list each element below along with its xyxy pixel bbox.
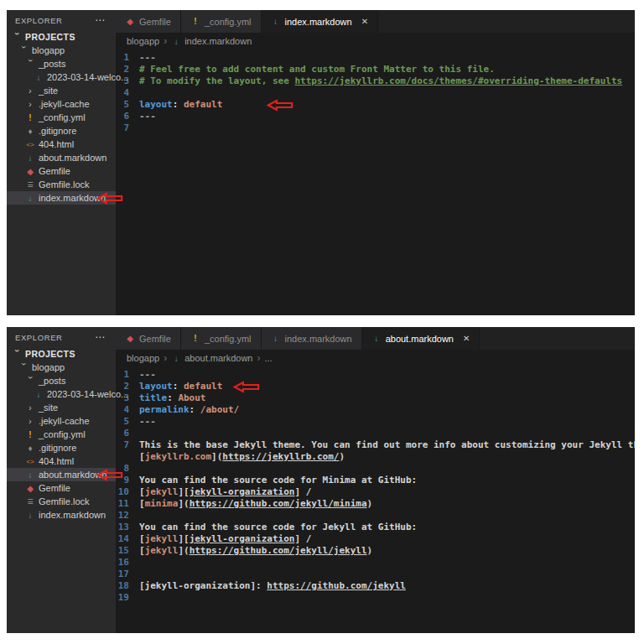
- more-actions-icon[interactable]: ⋯: [95, 14, 106, 26]
- explorer-item-label: Gemfile.lock: [39, 179, 90, 190]
- markdown-icon: ↓: [34, 73, 44, 82]
- code-line[interactable]: 6: [116, 428, 635, 439]
- code-line[interactable]: 9You can find the source code for Minima…: [116, 475, 635, 486]
- tab-index-markdown[interactable]: ↓index.markdown: [262, 327, 362, 350]
- code-token: You can find the source code for Jekyll …: [139, 522, 417, 533]
- explorer-item-label: 2023-03-14-welco...: [47, 389, 128, 399]
- explorer-item-label: Gemfile: [39, 483, 70, 493]
- explorer-item-gemfile[interactable]: ◆Gemfile: [7, 164, 116, 178]
- explorer-item--gitignore[interactable]: ♦.gitignore: [7, 441, 116, 454]
- breadcrumb-item[interactable]: ↓index.markdown: [171, 36, 252, 46]
- explorer-item--gitignore[interactable]: ♦.gitignore: [7, 124, 116, 138]
- tab--config-yml[interactable]: !_config.yml: [181, 10, 262, 33]
- chevron-down-icon: ›: [13, 349, 22, 359]
- code-line[interactable]: 2# Feel free to add content and custom F…: [116, 64, 635, 75]
- code-line[interactable]: 7This is the base Jekyll theme. You can …: [116, 439, 635, 451]
- explorer-item-404-html[interactable]: <>404.html: [7, 138, 116, 151]
- explorer-item--site[interactable]: ›_site: [7, 84, 116, 97]
- explorer-item-blogapp[interactable]: ›blogapp: [7, 44, 116, 57]
- explorer-item-label: blogapp: [32, 45, 65, 55]
- tab-gemfile[interactable]: ◆Gemfile: [116, 10, 181, 33]
- breadcrumb-item[interactable]: ...: [264, 353, 272, 363]
- explorer-item-gemfile-lock[interactable]: ☰Gemfile.lock: [7, 495, 116, 508]
- code-token: https://jekyllrb.com/docs/themes/#overri…: [294, 75, 622, 87]
- code-line[interactable]: 5---: [116, 416, 635, 428]
- breadcrumb-item[interactable]: blogapp: [127, 353, 159, 363]
- tree-root-projects[interactable]: ›PROJECTS: [7, 30, 116, 44]
- code-line[interactable]: 8: [116, 463, 635, 475]
- tab-index-markdown[interactable]: ↓index.markdown✕: [262, 10, 378, 33]
- close-icon[interactable]: ✕: [361, 17, 368, 26]
- editor-area: ◆Gemfile!_config.yml↓index.markdown↓abou…: [116, 327, 635, 633]
- tab-label: index.markdown: [285, 17, 352, 27]
- code-line[interactable]: 3title: About: [116, 392, 635, 404]
- markdown-icon: ↓: [25, 511, 35, 520]
- explorer-item-2023-03-14-welco-[interactable]: ↓2023-03-14-welco...: [7, 387, 116, 401]
- tree-root-projects[interactable]: ›PROJECTS: [7, 347, 116, 361]
- tab-label: _config.yml: [205, 17, 252, 27]
- explorer-item-label: 404.html: [39, 456, 74, 466]
- gem-icon: ◆: [125, 17, 135, 26]
- line-number: 12: [116, 510, 139, 522]
- explorer-item-label: _posts: [39, 59, 65, 69]
- explorer-item-about-markdown[interactable]: ↓about.markdown: [7, 151, 116, 164]
- code-line[interactable]: 6---: [116, 111, 635, 122]
- code-line[interactable]: 18[jekyll-organization]: https://github.…: [116, 580, 635, 592]
- code-token: jekyll-organization: [190, 533, 295, 545]
- code-line[interactable]: 17: [116, 569, 635, 580]
- code-token: ] /: [294, 486, 311, 498]
- code-line[interactable]: 7: [116, 122, 635, 134]
- tab--config-yml[interactable]: !_config.yml: [181, 327, 262, 350]
- explorer-item-index-markdown[interactable]: ↓index.markdown: [7, 191, 116, 205]
- code-line[interactable]: 2layout: default: [116, 381, 635, 392]
- code-line[interactable]: 5layout: default: [116, 99, 635, 111]
- tab-bar: ◆Gemfile!_config.yml↓index.markdown✕: [116, 10, 635, 33]
- explorer-item--jekyll-cache[interactable]: ›.jekyll-cache: [7, 97, 116, 111]
- line-number: 5: [116, 99, 139, 111]
- code-line[interactable]: 12: [116, 510, 635, 522]
- code-line[interactable]: 1---: [116, 52, 635, 64]
- code-token: jekyll: [145, 486, 179, 498]
- tab-about-markdown[interactable]: ↓about.markdown✕: [362, 327, 480, 350]
- tab-gemfile[interactable]: ◆Gemfile: [116, 327, 181, 350]
- code-line[interactable]: 4: [116, 87, 635, 99]
- diamond-icon: ♦: [25, 444, 35, 453]
- explorer-item-gemfile-lock[interactable]: ☰Gemfile.lock: [7, 178, 116, 191]
- explorer-item--posts[interactable]: ›_posts: [7, 374, 116, 387]
- explorer-item--config-yml[interactable]: !_config.yml: [7, 111, 116, 124]
- code-line[interactable]: 16: [116, 557, 635, 569]
- code-token: ): [367, 545, 373, 557]
- close-icon[interactable]: ✕: [463, 334, 470, 343]
- code-line[interactable]: 15[jekyll](https://github.com/jekyll/jek…: [116, 545, 635, 557]
- explorer-item-2023-03-14-welco-[interactable]: ↓2023-03-14-welco...: [7, 70, 116, 84]
- explorer-item--posts[interactable]: ›_posts: [7, 57, 116, 70]
- explorer-item--jekyll-cache[interactable]: ›.jekyll-cache: [7, 414, 116, 428]
- line-number: 6: [116, 428, 139, 439]
- more-actions-icon[interactable]: ⋯: [95, 331, 106, 343]
- explorer-item-about-markdown[interactable]: ↓about.markdown: [7, 468, 116, 481]
- explorer-item-label: _config.yml: [39, 112, 86, 122]
- warning-icon: !: [25, 113, 35, 122]
- code-line[interactable]: 10[jekyll][jekyll-organization] /: [116, 486, 635, 498]
- explorer-item-blogapp[interactable]: ›blogapp: [7, 361, 116, 374]
- breadcrumb-item[interactable]: blogapp: [127, 36, 159, 46]
- code-token: ](: [178, 545, 189, 557]
- breadcrumb-item[interactable]: ↓about.markdown: [171, 353, 252, 363]
- code-editor[interactable]: 1---2layout: default3title: About4permal…: [116, 366, 635, 633]
- code-token: ---: [139, 416, 156, 428]
- code-line[interactable]: 11[minima](https://github.com/jekyll/min…: [116, 498, 635, 510]
- code-line[interactable]: 4permalink: /about/: [116, 404, 635, 416]
- explorer-item-label: Gemfile.lock: [39, 496, 90, 506]
- code-editor[interactable]: 1---2# Feel free to add content and cust…: [116, 49, 635, 315]
- explorer-item--site[interactable]: ›_site: [7, 401, 116, 414]
- code-line[interactable]: 1---: [116, 369, 635, 381]
- code-line[interactable]: 14[jekyll][jekyll-organization] /: [116, 533, 635, 545]
- code-line[interactable]: 13You can find the source code for Jekyl…: [116, 522, 635, 533]
- code-line[interactable]: 19: [116, 592, 635, 604]
- explorer-item-404-html[interactable]: <>404.html: [7, 454, 116, 468]
- explorer-item-gemfile[interactable]: ◆Gemfile: [7, 481, 116, 495]
- explorer-item--config-yml[interactable]: !_config.yml: [7, 428, 116, 441]
- explorer-item-index-markdown[interactable]: ↓index.markdown: [7, 508, 116, 522]
- code-line[interactable]: 3# To modify the layout, see https://jek…: [116, 75, 635, 87]
- code-line[interactable]: [jekyllrb.com](https://jekyllrb.com/): [116, 451, 635, 463]
